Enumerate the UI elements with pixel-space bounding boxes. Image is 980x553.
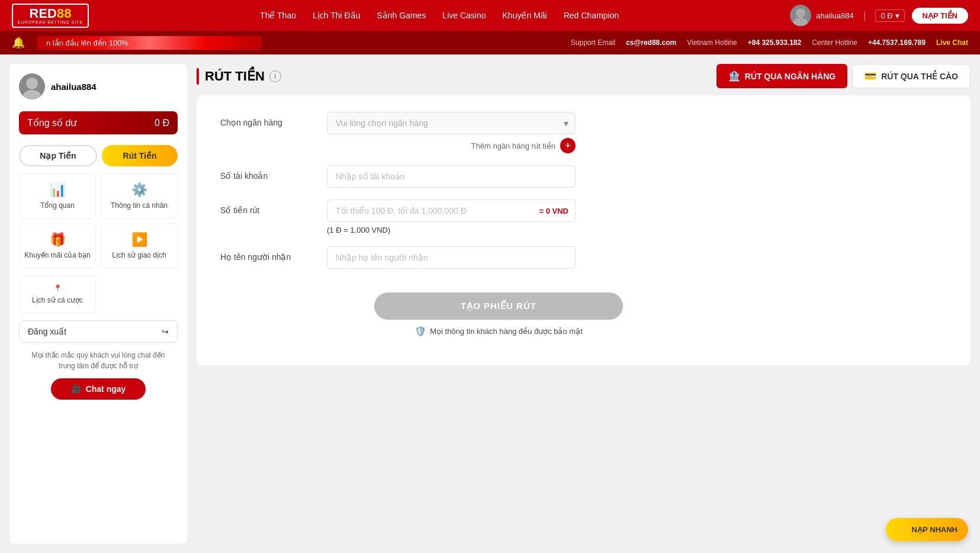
recipient-input[interactable]: [327, 246, 576, 269]
sidebar-nap-tien-button[interactable]: Nạp Tiền: [19, 145, 97, 166]
amount-input-wrap-outer: = 0 VND (1 Đ = 1,000 VND): [327, 200, 947, 234]
svg-point-3: [23, 90, 41, 99]
sidebar-menu-grid: 📊 Tổng quan ⚙️ Thông tin cá nhân 🎁 Khuyế…: [19, 173, 178, 268]
amount-vnd-display: = 0 VND: [539, 207, 569, 216]
tab-bank-button[interactable]: 🏦 RÚT QUA NGÂN HÀNG: [716, 64, 847, 88]
promo-bar: 🔔 n lần đầu lên đến 100% Support Email c…: [0, 31, 980, 54]
sidebar-user: ahailua884: [19, 73, 178, 99]
camera-icon: 🎥: [71, 384, 81, 394]
nav-sanh-games[interactable]: Sảnh Games: [377, 11, 426, 20]
main-container: ahailua884 Tổng số dư 0 Đ Nạp Tiền Rút T…: [0, 54, 980, 553]
vietnam-hotline-value: +84 325.933.182: [748, 38, 801, 47]
sidebar-item-label: Tổng quan: [40, 201, 75, 210]
balance-display[interactable]: 0 Đ ▾: [875, 9, 904, 22]
logo-area: RED88 EUROPEAN BETTING SITE: [12, 4, 89, 28]
nav-lich-thi-dau[interactable]: Lịch Thi Đấu: [313, 11, 360, 20]
logout-icon: ↪: [162, 327, 169, 336]
svg-point-1: [793, 18, 808, 26]
security-note: 🛡️ Mọi thông tin khách hàng đều được bảo…: [415, 326, 583, 337]
bank-select-container: Vui lòng chọn ngân hàng ▾: [327, 112, 576, 134]
svg-point-2: [26, 78, 38, 89]
gift-icon: 🎁: [50, 232, 66, 247]
logout-button[interactable]: Đăng xuất ↪: [19, 320, 178, 343]
conversion-note: (1 Đ = 1,000 VND): [327, 226, 947, 234]
support-email-label: Support Email: [571, 38, 615, 47]
nap-nhanh-label: NẠP NHANH: [912, 525, 957, 534]
support-text: Mọi thắc mắc quý khách vui lòng chat đến…: [19, 350, 178, 371]
info-icon[interactable]: i: [269, 70, 281, 82]
bank-icon: 🏦: [728, 70, 740, 82]
location-icon: 📍: [53, 284, 62, 292]
main-nav: Thể Thao Lịch Thi Đấu Sảnh Games Live Ca…: [260, 11, 619, 20]
avatar: [790, 5, 811, 26]
user-area: ahailua884: [790, 5, 854, 26]
form-row-amount: Số tiền rút = 0 VND (1 Đ = 1,000 VND): [220, 200, 947, 234]
promo-text: n lần đầu lên đến 100%: [37, 36, 262, 50]
tab-card-label: RÚT QUA THẺ CÀO: [881, 72, 958, 81]
nap-nhanh-floating-button[interactable]: ⚡ NẠP NHANH: [886, 518, 968, 541]
bell-icon: 🔔: [12, 36, 25, 49]
sidebar-item-tong-quan[interactable]: 📊 Tổng quan: [19, 173, 96, 218]
add-bank-label: Thêm ngân hàng rút tiền: [471, 142, 555, 150]
nav-live-casino[interactable]: Live Casino: [442, 11, 486, 20]
add-bank-button[interactable]: +: [560, 138, 576, 153]
nap-tien-button[interactable]: NẠP TIỀN: [912, 8, 968, 24]
account-input-wrap: [327, 165, 947, 188]
bank-input-wrap: Vui lòng chọn ngân hàng ▾ Thêm ngân hàng…: [327, 112, 947, 153]
sidebar-bottom-row: 📍 Lịch sử cá cược: [19, 275, 178, 313]
sidebar-item-lich-su-ca-cuoc[interactable]: 📍 Lịch sử cá cược: [19, 275, 96, 313]
sidebar-rut-tien-button[interactable]: Rút Tiền: [102, 145, 178, 166]
page-title: RÚT TIỀN i: [205, 69, 281, 84]
bank-label: Chọn ngân hàng: [220, 112, 315, 127]
sidebar: ahailua884 Tổng số dư 0 Đ Nạp Tiền Rút T…: [9, 64, 187, 544]
logo-text: RED88: [30, 7, 72, 20]
card-icon: 💳: [865, 70, 876, 82]
amount-input-container: = 0 VND: [327, 200, 576, 222]
center-hotline-label: Center Hotline: [812, 38, 857, 47]
account-input[interactable]: [327, 165, 576, 188]
chat-btn-label: Chat ngay: [86, 384, 126, 394]
form-row-account: Số tài khoản: [220, 165, 947, 188]
nav-the-thao[interactable]: Thể Thao: [260, 11, 296, 20]
submit-button[interactable]: TẠO PHIẾU RÚT: [374, 292, 623, 320]
sidebar-item-label: Thông tin cá nhân: [111, 201, 168, 210]
sidebar-item-lich-su-giao-dich[interactable]: ▶️ Lịch sử giao dịch: [101, 223, 178, 268]
username-display: ahailua884: [816, 11, 854, 20]
title-bar-decoration: [197, 68, 199, 85]
security-text: Mọi thông tin khách hàng đều được bảo mậ…: [430, 327, 583, 336]
nav-khuyen-mai[interactable]: Khuyến Mãi: [503, 11, 547, 20]
balance-card-amount: 0 Đ: [155, 118, 169, 128]
divider: |: [863, 9, 866, 22]
nav-red-champion[interactable]: Red Champion: [564, 11, 619, 20]
history-icon: ▶️: [131, 232, 147, 247]
form-row-bank: Chọn ngân hàng Vui lòng chọn ngân hàng ▾…: [220, 112, 947, 153]
tab-buttons: 🏦 RÚT QUA NGÂN HÀNG 💳 RÚT QUA THẺ CÀO: [716, 64, 971, 88]
sidebar-item-label: Khuyến mãi của bạn: [24, 251, 90, 259]
action-buttons: Nạp Tiền Rút Tiền: [19, 145, 178, 166]
bank-select[interactable]: Vui lòng chọn ngân hàng: [327, 112, 576, 134]
recipient-label: Họ tên người nhận: [220, 246, 315, 262]
gear-icon: ⚙️: [131, 182, 147, 198]
vietnam-hotline-label: Vietnam Hotline: [687, 38, 737, 47]
chevron-down-icon: ▾: [895, 11, 899, 20]
logo: RED88 EUROPEAN BETTING SITE: [12, 4, 89, 28]
tab-card-button[interactable]: 💳 RÚT QUA THẺ CÀO: [852, 64, 971, 88]
chat-now-button[interactable]: 🎥 Chat ngay: [51, 378, 146, 400]
center-hotline-value: +44.7537.169.789: [868, 38, 926, 47]
form-card: Chọn ngân hàng Vui lòng chọn ngân hàng ▾…: [197, 95, 971, 365]
content-area: RÚT TIỀN i 🏦 RÚT QUA NGÂN HÀNG 💳 RÚT QUA…: [197, 64, 971, 544]
contact-info: Support Email cs@red88.com Vietnam Hotli…: [571, 38, 968, 47]
sidebar-item-label: Lịch sử cá cược: [32, 296, 83, 304]
header: RED88 EUROPEAN BETTING SITE Thể Thao Lịc…: [0, 0, 980, 54]
live-chat-link[interactable]: Live Chat: [936, 38, 968, 47]
amount-input[interactable]: [327, 200, 576, 222]
balance-card: Tổng số dư 0 Đ: [19, 111, 178, 134]
logo-sub: EUROPEAN BETTING SITE: [18, 20, 83, 24]
shield-icon: 🛡️: [415, 326, 426, 337]
header-right: ahailua884 | 0 Đ ▾ NẠP TIỀN: [790, 5, 968, 26]
account-label: Số tài khoản: [220, 165, 315, 181]
tab-bank-label: RÚT QUA NGÂN HÀNG: [745, 72, 836, 81]
sidebar-avatar: [19, 73, 45, 99]
sidebar-item-khuyen-mai[interactable]: 🎁 Khuyến mãi của bạn: [19, 223, 96, 268]
sidebar-item-thong-tin[interactable]: ⚙️ Thông tin cá nhân: [101, 173, 178, 218]
